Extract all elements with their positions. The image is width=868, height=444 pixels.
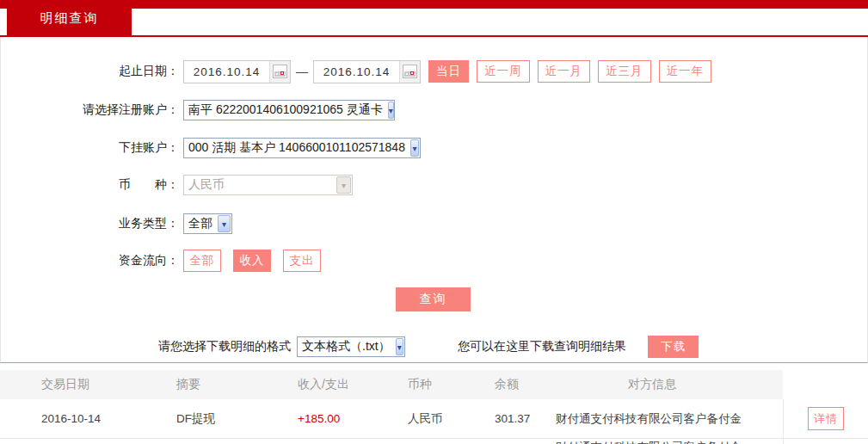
header-action-spacer xyxy=(783,370,868,399)
business-type-label: 业务类型： xyxy=(1,216,179,231)
quick-range-year-button[interactable]: 近一年 xyxy=(659,60,712,83)
quick-range-week-button[interactable]: 近一周 xyxy=(477,60,530,83)
chevron-down-icon: ▾ xyxy=(410,139,419,157)
fund-flow-label: 资金流向： xyxy=(1,253,179,268)
fund-flow-expense-button[interactable]: 支出 xyxy=(283,250,321,272)
start-date-calendar-button[interactable] xyxy=(269,61,290,83)
query-form: 起止日期： 2016.10.14 — 2016.10.14 当日 xyxy=(0,37,868,363)
calendar-icon xyxy=(273,65,287,78)
download-format-select[interactable]: 文本格式（.txt） ▾ xyxy=(297,336,405,357)
download-format-value: 文本格式（.txt） xyxy=(298,339,396,355)
chevron-down-icon: ▾ xyxy=(396,338,403,355)
results-table: 交易日期 摘要 收入/支出 币种 余额 对方信息 2016-10-14 DF提现… xyxy=(0,370,868,444)
tab-detail-query[interactable]: 明细查询 xyxy=(7,0,132,37)
detail-query-page: 明细查询 起止日期： 2016.10.14 — 2016.10.14 xyxy=(0,0,868,444)
table-header-row: 交易日期 摘要 收入/支出 币种 余额 对方信息 xyxy=(0,370,868,399)
fund-flow-row: 资金流向： 全部 收入 支出 xyxy=(1,249,867,272)
quick-range-3months-button[interactable]: 近三月 xyxy=(598,60,651,83)
start-date-input[interactable]: 2016.10.14 xyxy=(183,60,291,83)
register-account-row: 请选择注册账户： 南平 6222001406100921065 灵通卡 ▾ xyxy=(1,100,867,120)
business-type-select[interactable]: 全部 ▾ xyxy=(183,213,232,234)
sub-account-label: 下挂账户： xyxy=(1,140,179,156)
end-date-input[interactable]: 2016.10.14 xyxy=(313,60,421,83)
cell-action: 详情 xyxy=(783,399,868,438)
sub-account-select[interactable]: 000 活期 基本户 1406600101102571848 ▾ xyxy=(183,138,421,158)
cell-counterparty: 财付通支付科技有限公司客户备付金 xyxy=(551,411,783,427)
currency-select: 人民币 ▾ xyxy=(183,175,353,195)
sub-account-value: 000 活期 基本户 1406600101102571848 xyxy=(184,140,410,156)
chevron-down-icon: ▾ xyxy=(388,102,394,119)
query-button[interactable]: 查询 xyxy=(396,287,471,311)
cell-counterparty: 财付通支付科技有限公司客户备付金 xyxy=(551,439,783,444)
sub-account-row: 下挂账户： 000 活期 基本户 1406600101102571848 ▾ xyxy=(1,138,867,158)
cell-currency: 人民币 xyxy=(396,411,473,427)
header-counterparty: 对方信息 xyxy=(551,377,783,392)
cell-amount: +185.00 xyxy=(284,412,396,425)
date-range-separator: — xyxy=(296,65,308,78)
currency-value: 人民币 xyxy=(184,177,230,193)
cell-summary: DF提现 xyxy=(159,411,284,427)
start-date-value: 2016.10.14 xyxy=(184,65,269,78)
register-account-select[interactable]: 南平 6222001406100921065 灵通卡 ▾ xyxy=(183,100,395,120)
register-account-value: 南平 6222001406100921065 灵通卡 xyxy=(184,102,388,118)
end-date-calendar-button[interactable] xyxy=(399,61,420,83)
date-range-label: 起止日期： xyxy=(1,64,179,79)
fund-flow-all-button[interactable]: 全部 xyxy=(183,250,221,272)
header-currency: 币种 xyxy=(396,377,473,392)
currency-label: 币 种： xyxy=(1,177,179,193)
fund-flow-income-button[interactable]: 收入 xyxy=(233,250,271,272)
download-button[interactable]: 下载 xyxy=(648,336,699,358)
header-in-out: 收入/支出 xyxy=(284,377,396,392)
table-row-partial: 财付通支付科技有限公司客户备付金 xyxy=(0,439,868,444)
download-row: 请您选择下载明细的格式 文本格式（.txt） ▾ 您可以在这里下载查询明细结果 … xyxy=(1,336,867,358)
register-account-label: 请选择注册账户： xyxy=(1,102,179,118)
header-summary: 摘要 xyxy=(159,377,284,392)
header-balance: 余额 xyxy=(473,377,551,392)
download-format-label: 请您选择下载明细的格式 xyxy=(158,339,291,355)
cell-date: 2016-10-14 xyxy=(0,412,159,425)
query-button-row: 查询 xyxy=(1,287,867,311)
business-type-row: 业务类型： 全部 ▾ xyxy=(1,213,867,234)
detail-button[interactable]: 详情 xyxy=(808,407,844,430)
tab-label: 明细查询 xyxy=(40,10,99,27)
business-type-value: 全部 xyxy=(184,216,218,231)
chevron-down-icon: ▾ xyxy=(336,176,351,194)
calendar-icon xyxy=(403,65,417,78)
currency-row: 币 种： 人民币 ▾ xyxy=(1,175,867,195)
end-date-value: 2016.10.14 xyxy=(314,65,399,78)
cell-balance: 301.37 xyxy=(473,412,551,425)
tab-bar: 明细查询 xyxy=(0,0,868,37)
download-hint-text: 您可以在这里下载查询明细结果 xyxy=(458,339,626,355)
quick-range-today-button[interactable]: 当日 xyxy=(428,60,469,83)
header-date: 交易日期 xyxy=(0,377,159,392)
table-row: 2016-10-14 DF提现 +185.00 人民币 301.37 财付通支付… xyxy=(0,399,868,439)
quick-range-month-button[interactable]: 近一月 xyxy=(538,60,591,83)
chevron-down-icon: ▾ xyxy=(218,215,231,232)
date-range-row: 起止日期： 2016.10.14 — 2016.10.14 当日 xyxy=(1,59,867,83)
